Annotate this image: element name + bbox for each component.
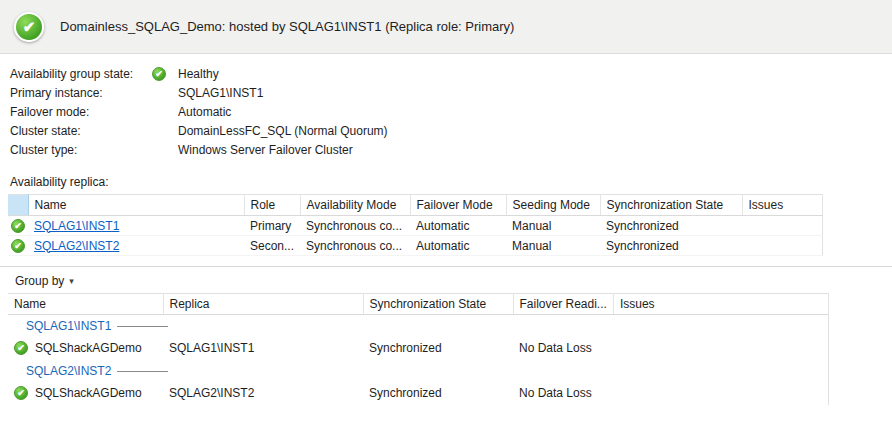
column-header-synchronization-state[interactable]: Synchronization State bbox=[600, 195, 742, 216]
group-by-dropdown[interactable]: Group by ▾ bbox=[8, 271, 81, 291]
database-name: SQLShackAGDemo bbox=[35, 386, 142, 400]
summary-value: SQLAG1\INST1 bbox=[178, 86, 263, 100]
summary-value: Automatic bbox=[178, 105, 231, 119]
database-issues bbox=[613, 336, 828, 360]
database-replica: SQLAG1\INST1 bbox=[163, 336, 363, 360]
replica-role: Primary bbox=[244, 216, 300, 236]
column-header-db-synchronization-state[interactable]: Synchronization State bbox=[363, 294, 513, 315]
summary-row-cluster-state: Cluster state: DomainLessFC_SQL (Normal … bbox=[10, 121, 892, 140]
column-header-db-failover-readiness[interactable]: Failover Readi... bbox=[513, 294, 613, 315]
database-synchronization-state: Synchronized bbox=[363, 381, 513, 405]
column-header-role[interactable]: Role bbox=[244, 195, 300, 216]
summary-label: Cluster state: bbox=[10, 124, 152, 138]
summary-row-cluster-type: Cluster type: Windows Server Failover Cl… bbox=[10, 140, 892, 159]
database-replica: SQLAG2\INST2 bbox=[163, 381, 363, 405]
group-label-sqlag1: SQLAG1\INST1 bbox=[26, 319, 111, 333]
column-header-db-replica[interactable]: Replica bbox=[163, 294, 363, 315]
group-label-sqlag2: SQLAG2\INST2 bbox=[26, 364, 111, 378]
column-header-issues[interactable]: Issues bbox=[742, 195, 822, 216]
availability-replica-label: Availability replica: bbox=[10, 175, 892, 189]
column-header-name[interactable]: Name bbox=[28, 195, 244, 216]
group-by-label: Group by bbox=[15, 274, 64, 288]
database-name: SQLShackAGDemo bbox=[35, 341, 142, 355]
chevron-down-icon: ▾ bbox=[69, 276, 74, 286]
database-toolbar: Group by ▾ bbox=[0, 266, 892, 293]
replica-seeding-mode: Manual bbox=[506, 236, 600, 256]
database-row-sqlag2: ✔ SQLShackAGDemo SQLAG2\INST2 Synchroniz… bbox=[8, 381, 828, 405]
ag-dashboard: ✔ Domainless_SQLAG_Demo: hosted by SQLAG… bbox=[0, 0, 892, 405]
summary-label: Cluster type: bbox=[10, 143, 152, 157]
replica-seeding-mode: Manual bbox=[506, 216, 600, 236]
summary-panel: Availability group state: ✔ Healthy Prim… bbox=[0, 54, 892, 159]
database-table-header-row: Name Replica Synchronization State Failo… bbox=[8, 294, 828, 315]
replica-failover-mode: Automatic bbox=[410, 216, 506, 236]
summary-value: DomainLessFC_SQL (Normal Quorum) bbox=[178, 124, 388, 138]
replica-healthy-icon: ✔ bbox=[11, 219, 25, 233]
replica-failover-mode: Automatic bbox=[410, 236, 506, 256]
summary-row-failover-mode: Failover mode: Automatic bbox=[10, 102, 892, 121]
healthy-state-icon: ✔ bbox=[152, 67, 166, 81]
database-table: Name Replica Synchronization State Failo… bbox=[8, 293, 829, 405]
column-header-db-name[interactable]: Name bbox=[8, 294, 163, 315]
group-healthy-icon: ✔ bbox=[14, 12, 44, 42]
column-header-db-issues[interactable]: Issues bbox=[613, 294, 828, 315]
database-failover-readiness: No Data Loss bbox=[513, 381, 613, 405]
summary-label: Failover mode: bbox=[10, 105, 152, 119]
summary-label: Primary instance: bbox=[10, 86, 152, 100]
replica-healthy-icon: ✔ bbox=[11, 239, 25, 253]
summary-row-primary-instance: Primary instance: SQLAG1\INST1 bbox=[10, 83, 892, 102]
replica-link-sqlag2[interactable]: SQLAG2\INST2 bbox=[34, 239, 119, 253]
replica-issues bbox=[742, 236, 822, 256]
replica-role: Secon... bbox=[244, 236, 300, 256]
replica-issues bbox=[742, 216, 822, 236]
database-issues bbox=[613, 381, 828, 405]
column-header-availability-mode[interactable]: Availability Mode bbox=[300, 195, 410, 216]
summary-label: Availability group state: bbox=[10, 67, 152, 81]
replica-synchronization-state: Synchronized bbox=[600, 236, 742, 256]
replica-row-sqlag1: ✔ SQLAG1\INST1 Primary Synchronous co...… bbox=[8, 216, 822, 236]
dashboard-header: ✔ Domainless_SQLAG_Demo: hosted by SQLAG… bbox=[0, 0, 892, 54]
group-rule bbox=[117, 371, 168, 372]
replica-row-sqlag2: ✔ SQLAG2\INST2 Secon... Synchronous co..… bbox=[8, 236, 822, 256]
database-healthy-icon: ✔ bbox=[14, 341, 28, 355]
icon-column-header[interactable] bbox=[8, 195, 28, 216]
group-row-sqlag2: SQLAG2\INST2 bbox=[8, 360, 828, 381]
column-header-seeding-mode[interactable]: Seeding Mode bbox=[506, 195, 600, 216]
replica-availability-mode: Synchronous co... bbox=[300, 216, 410, 236]
summary-value: Windows Server Failover Cluster bbox=[178, 143, 353, 157]
replica-availability-mode: Synchronous co... bbox=[300, 236, 410, 256]
group-row-sqlag1: SQLAG1\INST1 bbox=[8, 315, 828, 336]
database-row-sqlag1: ✔ SQLShackAGDemo SQLAG1\INST1 Synchroniz… bbox=[8, 336, 828, 360]
replica-link-sqlag1[interactable]: SQLAG1\INST1 bbox=[34, 219, 119, 233]
summary-row-group-state: Availability group state: ✔ Healthy bbox=[10, 64, 892, 83]
database-failover-readiness: No Data Loss bbox=[513, 336, 613, 360]
group-rule bbox=[117, 326, 168, 327]
column-header-failover-mode[interactable]: Failover Mode bbox=[410, 195, 506, 216]
page-title: Domainless_SQLAG_Demo: hosted by SQLAG1\… bbox=[60, 19, 514, 34]
database-synchronization-state: Synchronized bbox=[363, 336, 513, 360]
replica-table-header-row: Name Role Availability Mode Failover Mod… bbox=[8, 195, 822, 216]
replica-synchronization-state: Synchronized bbox=[600, 216, 742, 236]
availability-replica-table: Name Role Availability Mode Failover Mod… bbox=[8, 194, 823, 256]
summary-value: Healthy bbox=[178, 67, 219, 81]
database-healthy-icon: ✔ bbox=[14, 386, 28, 400]
